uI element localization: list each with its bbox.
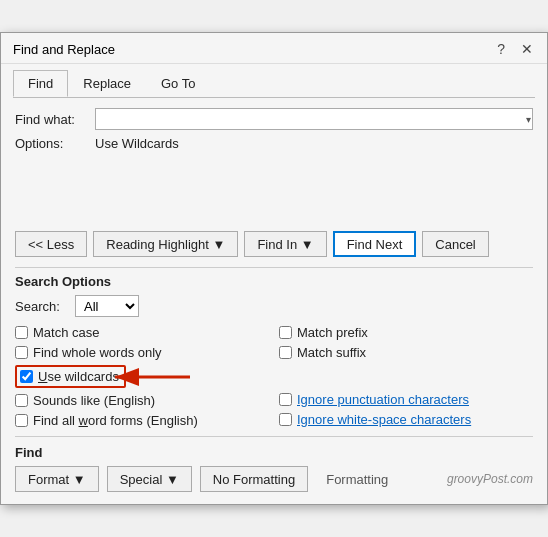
options-value: Use Wildcards: [95, 136, 179, 151]
watermark: groovyPost.com: [447, 472, 533, 486]
ignore-punct-row: Ignore punctuation characters: [279, 392, 533, 407]
title-bar-controls: ? ✕: [493, 39, 537, 59]
match-case-checkbox[interactable]: [15, 326, 28, 339]
cancel-button[interactable]: Cancel: [422, 231, 488, 257]
reading-highlight-button[interactable]: Reading Highlight ▼: [93, 231, 238, 257]
format-button[interactable]: Format ▼: [15, 466, 99, 492]
search-row: Search: All Up Down: [15, 295, 533, 317]
no-formatting-button[interactable]: No Formatting: [200, 466, 308, 492]
right-checkboxes: Match prefix Match suffix Ignore punctua…: [279, 325, 533, 428]
ignore-space-checkbox[interactable]: [279, 413, 292, 426]
find-section-label: Find: [15, 445, 533, 460]
search-label: Search:: [15, 299, 75, 314]
checkboxes-area: Match case Find whole words only Use wil…: [15, 325, 533, 428]
ignore-punct-label: Ignore punctuation characters: [297, 392, 469, 407]
word-forms-row: Find all word forms (English): [15, 413, 269, 428]
action-button-row: << Less Reading Highlight ▼ Find In ▼ Fi…: [15, 231, 533, 257]
use-wildcards-row: Use wildcards: [15, 365, 269, 388]
whole-words-label: Find whole words only: [33, 345, 162, 360]
ignore-space-row: Ignore white-space characters: [279, 412, 533, 427]
help-button[interactable]: ?: [493, 39, 509, 59]
tab-bar: Find Replace Go To: [1, 64, 547, 97]
find-section: Find Format ▼ Special ▼ No Formatting Fo…: [15, 436, 533, 492]
word-forms-label: Find all word forms (English): [33, 413, 198, 428]
search-select[interactable]: All Up Down: [75, 295, 139, 317]
dialog-title: Find and Replace: [13, 42, 115, 57]
match-prefix-row: Match prefix: [279, 325, 533, 340]
match-case-row: Match case: [15, 325, 269, 340]
ignore-space-label: Ignore white-space characters: [297, 412, 471, 427]
ignore-punct-checkbox[interactable]: [279, 393, 292, 406]
left-checkboxes: Match case Find whole words only Use wil…: [15, 325, 269, 428]
match-suffix-label: Match suffix: [297, 345, 366, 360]
close-button[interactable]: ✕: [517, 39, 537, 59]
spacer: [15, 161, 533, 231]
match-suffix-row: Match suffix: [279, 345, 533, 360]
find-what-row: Find what: ▾: [15, 108, 533, 130]
less-button[interactable]: << Less: [15, 231, 87, 257]
formatting-label: Formatting: [326, 472, 388, 487]
word-forms-checkbox[interactable]: [15, 414, 28, 427]
search-options-title: Search Options: [15, 274, 533, 289]
whole-words-row: Find whole words only: [15, 345, 269, 360]
use-wildcards-checkbox[interactable]: [20, 370, 33, 383]
match-prefix-label: Match prefix: [297, 325, 368, 340]
find-in-button[interactable]: Find In ▼: [244, 231, 326, 257]
find-what-wrapper: ▾: [95, 108, 533, 130]
match-prefix-checkbox[interactable]: [279, 326, 292, 339]
sounds-like-label: Sounds like (English): [33, 393, 155, 408]
title-bar: Find and Replace ? ✕: [1, 33, 547, 64]
find-what-label: Find what:: [15, 112, 95, 127]
match-case-label: Match case: [33, 325, 99, 340]
sounds-like-checkbox[interactable]: [15, 394, 28, 407]
find-replace-dialog: Find and Replace ? ✕ Find Replace Go To …: [0, 32, 548, 505]
options-row: Options: Use Wildcards: [15, 136, 533, 151]
tab-find[interactable]: Find: [13, 70, 68, 97]
arrow-annotation: [105, 363, 195, 391]
bottom-btn-row: Format ▼ Special ▼ No Formatting Formatt…: [15, 466, 388, 492]
tab-goto[interactable]: Go To: [146, 70, 210, 97]
right-spacer: [279, 365, 533, 387]
sounds-like-row: Sounds like (English): [15, 393, 269, 408]
options-label: Options:: [15, 136, 95, 151]
match-suffix-checkbox[interactable]: [279, 346, 292, 359]
footer-row: Format ▼ Special ▼ No Formatting Formatt…: [15, 466, 533, 492]
find-next-button[interactable]: Find Next: [333, 231, 417, 257]
whole-words-checkbox[interactable]: [15, 346, 28, 359]
tab-replace[interactable]: Replace: [68, 70, 146, 97]
find-what-input[interactable]: [95, 108, 533, 130]
dialog-content: Find what: ▾ Options: Use Wildcards << L…: [1, 98, 547, 504]
special-button[interactable]: Special ▼: [107, 466, 192, 492]
